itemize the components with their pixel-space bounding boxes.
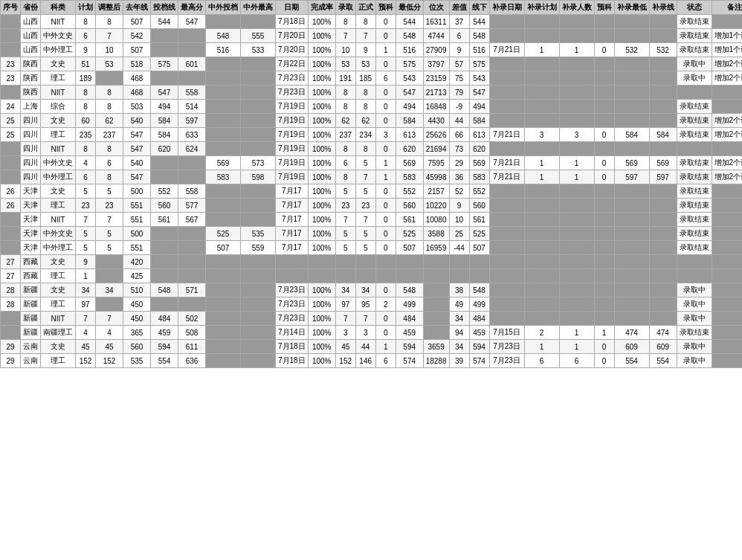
table-row: 29云南文史45455605946117月18日100%454415943659… xyxy=(1,340,743,354)
cell-status: 录取中 xyxy=(677,312,712,326)
cell-n2: 152 xyxy=(96,354,123,368)
cell-score2 xyxy=(151,170,178,184)
cell-v1: 8 xyxy=(335,142,355,156)
table-row: 四川NIIT885476206247月19日100%88062021694736… xyxy=(1,142,743,156)
cell-n2: 34 xyxy=(96,283,123,297)
cell-v3: 0 xyxy=(375,199,396,213)
cell-ex4: 474 xyxy=(614,326,649,340)
cell-v3: 1 xyxy=(375,340,396,354)
cell-type: NIIT xyxy=(41,142,76,156)
cell-score5: 598 xyxy=(241,170,276,184)
cell-type: NIIT xyxy=(41,86,76,100)
cell-status: 录取结束 xyxy=(677,29,712,43)
cell-score5 xyxy=(241,255,276,269)
cell-score1: 503 xyxy=(123,100,151,114)
cell-n2 xyxy=(96,71,123,86)
cell-type: 文史 xyxy=(41,283,76,297)
cell-v7: 525 xyxy=(469,227,489,241)
cell-v3: 1 xyxy=(375,170,396,184)
cell-status: 录取结束 xyxy=(677,156,712,170)
cell-plan xyxy=(712,241,742,255)
table-row: 天津NIIT775515615677月17100%770561100801056… xyxy=(1,213,743,227)
cell-v4: 575 xyxy=(396,57,423,71)
cell-province: 四川 xyxy=(21,114,41,128)
cell-ex3 xyxy=(594,100,614,114)
cell-v5 xyxy=(423,255,449,269)
cell-ex4 xyxy=(614,199,649,213)
col-ex5: 补录线 xyxy=(649,1,677,15)
cell-v1: 8 xyxy=(335,100,355,114)
cell-ex4 xyxy=(614,15,649,29)
cell-date: 7月19日 xyxy=(276,170,309,184)
cell-date: 7月18日 xyxy=(276,340,309,354)
cell-v1: 7 xyxy=(335,29,355,43)
cell-v1: 23 xyxy=(335,199,355,213)
cell-v2: 7 xyxy=(355,29,375,43)
cell-ex1 xyxy=(524,142,559,156)
cell-date: 7月20日 xyxy=(276,43,309,57)
cell-score4 xyxy=(206,213,241,227)
cell-status: 录取结束 xyxy=(677,184,712,199)
cell-pct: 100% xyxy=(308,213,335,227)
cell-v2: 9 xyxy=(355,43,375,57)
cell-ex5 xyxy=(649,57,677,71)
cell-v2: 7 xyxy=(355,170,375,184)
cell-extra_date xyxy=(489,227,524,241)
cell-v1: 8 xyxy=(335,86,355,100)
cell-province: 陕西 xyxy=(21,86,41,100)
cell-status: 录取中 xyxy=(677,354,712,368)
cell-v4: 525 xyxy=(396,227,423,241)
cell-pct: 100% xyxy=(308,283,335,297)
cell-score1: 547 xyxy=(123,128,151,142)
cell-n2: 45 xyxy=(96,340,123,354)
cell-score4 xyxy=(206,269,241,283)
cell-type: 文史 xyxy=(41,114,76,128)
cell-ex4 xyxy=(614,312,649,326)
cell-n1: 4 xyxy=(76,326,96,340)
cell-ex3 xyxy=(594,213,614,227)
cell-n1: 34 xyxy=(76,283,96,297)
cell-v3: 0 xyxy=(375,184,396,199)
cell-score4 xyxy=(206,142,241,156)
cell-type: 理工 xyxy=(41,354,76,368)
cell-v6: 34 xyxy=(449,340,469,354)
cell-date: 7月19日 xyxy=(276,128,309,142)
cell-score3: 633 xyxy=(178,128,206,142)
cell-ex3 xyxy=(594,241,614,255)
cell-score4 xyxy=(206,354,241,368)
cell-ex5 xyxy=(649,71,677,86)
cell-plan xyxy=(712,100,742,114)
col-extra-date: 补录日期 xyxy=(489,1,524,15)
cell-ex4 xyxy=(614,71,649,86)
cell-extra_date xyxy=(489,312,524,326)
table-row: 山西中外理工9105075165337月20日100%1091516279099… xyxy=(1,43,743,57)
cell-v6: 39 xyxy=(449,354,469,368)
cell-v4: 459 xyxy=(396,326,423,340)
col-ex3: 预科 xyxy=(594,1,614,15)
col-score5: 中外最高 xyxy=(241,1,276,15)
cell-v1 xyxy=(335,255,355,269)
cell-idx: 27 xyxy=(1,255,21,269)
cell-province: 上海 xyxy=(21,100,41,114)
cell-plan xyxy=(712,199,742,213)
cell-v7: 484 xyxy=(469,312,489,326)
cell-n2: 8 xyxy=(96,15,123,29)
cell-ex1 xyxy=(524,57,559,71)
cell-v1: 6 xyxy=(335,156,355,170)
cell-v2: 8 xyxy=(355,142,375,156)
col-ex1: 补录计划 xyxy=(524,1,559,15)
cell-n1: 5 xyxy=(76,227,96,241)
cell-pct: 100% xyxy=(308,128,335,142)
cell-v1: 53 xyxy=(335,57,355,71)
cell-ex5 xyxy=(649,15,677,29)
cell-v1: 5 xyxy=(335,241,355,255)
cell-v7: 459 xyxy=(469,326,489,340)
cell-ex1 xyxy=(524,213,559,227)
table-row: 23陕西理工1894687月23日100%1911856543231597554… xyxy=(1,71,743,86)
cell-v1: 8 xyxy=(335,15,355,29)
col-province: 省份 xyxy=(21,1,41,15)
cell-extra_date: 7月21日 xyxy=(489,170,524,184)
cell-ex1: 1 xyxy=(524,170,559,184)
cell-v1: 237 xyxy=(335,128,355,142)
cell-v6: 36 xyxy=(449,170,469,184)
